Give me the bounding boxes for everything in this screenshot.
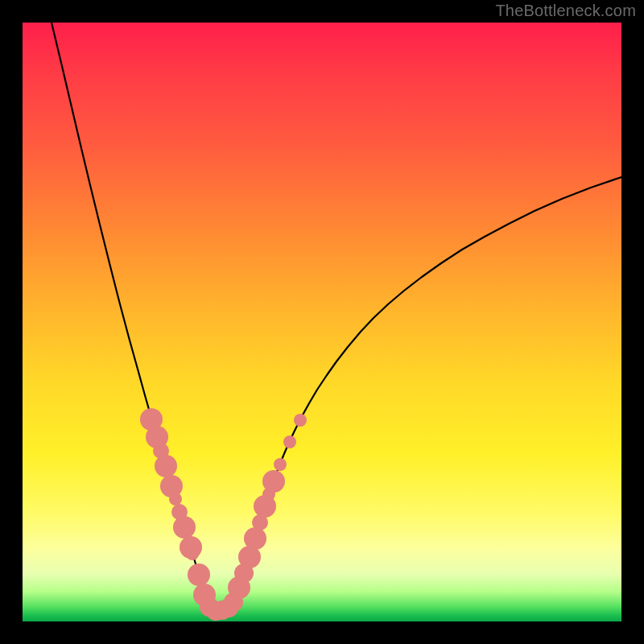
right-curve bbox=[232, 177, 621, 605]
marker-layer bbox=[140, 408, 307, 621]
data-marker bbox=[274, 458, 287, 471]
data-marker bbox=[186, 547, 199, 560]
data-marker bbox=[169, 493, 182, 506]
data-marker bbox=[244, 527, 266, 550]
plot-area bbox=[23, 23, 621, 621]
data-marker bbox=[262, 470, 285, 493]
data-marker bbox=[155, 455, 177, 477]
watermark-text: TheBottleneck.com bbox=[495, 2, 636, 20]
chart-svg bbox=[23, 23, 621, 621]
data-marker bbox=[173, 516, 196, 539]
chart-frame: TheBottleneck.com bbox=[0, 0, 644, 644]
curve-layer bbox=[52, 23, 621, 611]
data-marker bbox=[188, 564, 210, 586]
data-marker bbox=[283, 436, 296, 448]
data-marker bbox=[294, 414, 307, 427]
